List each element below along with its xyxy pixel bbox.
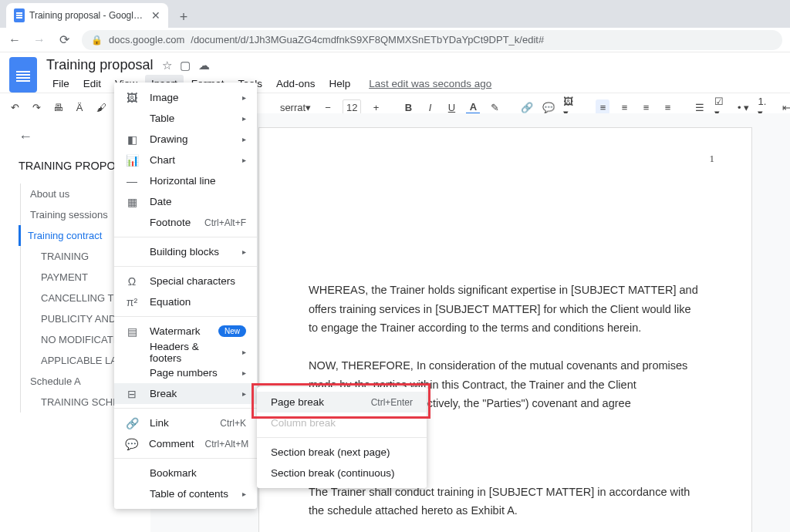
- address-bar: ← → ⟳ 🔒 docs.google.com/document/d/1Jh3M…: [0, 28, 790, 52]
- menu-equation[interactable]: π²Equation: [114, 291, 257, 312]
- document-paragraph[interactable]: The Trainer shall conduct training in [S…: [309, 483, 702, 520]
- align-center-button[interactable]: ≡: [617, 102, 631, 113]
- image-icon: 🖼: [125, 91, 139, 105]
- table-icon: [125, 112, 139, 126]
- lock-icon: 🔒: [91, 35, 103, 45]
- underline-button[interactable]: U: [444, 102, 458, 113]
- submenu-section-next-page[interactable]: Section break (next page): [257, 442, 427, 463]
- menu-watermark[interactable]: ▤WatermarkNew: [114, 321, 257, 342]
- redo-button[interactable]: ↷: [29, 102, 43, 113]
- italic-button[interactable]: I: [423, 102, 437, 113]
- last-edit-link[interactable]: Last edit was seconds ago: [369, 78, 491, 89]
- decrease-indent-button[interactable]: ⇤: [779, 102, 790, 113]
- menu-comment-item[interactable]: 💬CommentCtrl+Alt+M: [114, 433, 257, 454]
- forward-button[interactable]: →: [32, 33, 46, 47]
- omega-icon: Ω: [125, 274, 139, 288]
- undo-button[interactable]: ↶: [8, 102, 22, 113]
- bold-button[interactable]: B: [401, 102, 415, 113]
- reload-button[interactable]: ⟳: [57, 32, 71, 47]
- menu-bookmark[interactable]: Bookmark: [114, 463, 257, 483]
- browser-tab-strip: Training proposal - Google Docs ✕ +: [0, 0, 790, 28]
- menu-addons[interactable]: Add-ons: [270, 75, 321, 93]
- document-title[interactable]: Training proposal: [46, 57, 153, 73]
- menu-toc[interactable]: Table of contents▸: [114, 483, 257, 504]
- print-button[interactable]: 🖶: [51, 102, 65, 113]
- bullet-list-button[interactable]: • ▾: [736, 102, 750, 113]
- page-number: 1: [710, 153, 715, 165]
- line-spacing-button[interactable]: ☰: [693, 102, 707, 113]
- browser-tab[interactable]: Training proposal - Google Docs ✕: [6, 3, 168, 28]
- url-path: /document/d/1Jh3MGuaZG4cmdfnkS9XF8QMMXSn…: [191, 34, 544, 45]
- document-paragraph[interactable]: WHEREAS, the Trainer holds significant e…: [309, 281, 702, 338]
- menu-page-numbers[interactable]: Page numbers▸: [114, 362, 257, 383]
- drawing-icon: ◧: [125, 133, 139, 146]
- menu-drawing[interactable]: ◧Drawing▸: [114, 129, 257, 150]
- insert-comment-button[interactable]: 💬: [542, 102, 555, 113]
- menu-horizontal-line[interactable]: ―Horizontal line: [114, 170, 257, 191]
- hr-icon: ―: [125, 174, 139, 188]
- menu-break[interactable]: ⊟Break▸: [114, 383, 257, 404]
- docs-favicon: [14, 8, 25, 22]
- menu-building-blocks[interactable]: Building blocks▸: [114, 241, 257, 262]
- menu-headers-footers[interactable]: Headers & footers▸: [114, 342, 257, 362]
- watermark-icon: ▤: [125, 325, 139, 338]
- docs-logo-icon[interactable]: [9, 57, 37, 93]
- submenu-column-break: Column break: [257, 412, 427, 433]
- font-size-increase[interactable]: +: [369, 102, 383, 113]
- menu-footnote[interactable]: FootnoteCtrl+Alt+F: [114, 212, 257, 233]
- submenu-page-break[interactable]: Page breakCtrl+Enter: [257, 392, 427, 412]
- menu-help[interactable]: Help: [322, 75, 356, 93]
- link-icon: 🔗: [125, 416, 139, 430]
- menu-special-chars[interactable]: ΩSpecial characters: [114, 271, 257, 291]
- url-field[interactable]: 🔒 docs.google.com/document/d/1Jh3MGuaZG4…: [82, 30, 782, 50]
- tab-title: Training proposal - Google Docs: [29, 10, 147, 21]
- paint-format-button[interactable]: 🖌: [94, 102, 108, 113]
- menu-date[interactable]: ▦Date: [114, 191, 257, 212]
- submenu-section-continuous[interactable]: Section break (continuous): [257, 463, 427, 483]
- menu-chart[interactable]: 📊Chart▸: [114, 150, 257, 170]
- menu-image[interactable]: 🖼Image▸: [114, 87, 257, 108]
- cloud-status-icon[interactable]: ☁: [198, 59, 210, 72]
- star-icon[interactable]: ☆: [162, 59, 172, 72]
- menu-file[interactable]: File: [46, 75, 76, 93]
- move-icon[interactable]: ▢: [180, 59, 191, 72]
- text-color-button[interactable]: A: [466, 101, 480, 114]
- chart-icon: 📊: [125, 153, 139, 167]
- menu-table[interactable]: Table▸: [114, 108, 257, 129]
- font-family-select[interactable]: serrat ▾: [289, 102, 302, 113]
- comment-icon: 💬: [125, 437, 138, 451]
- spellcheck-button[interactable]: Ä: [73, 102, 86, 113]
- new-tab-button[interactable]: +: [173, 6, 194, 28]
- url-host: docs.google.com: [109, 34, 184, 45]
- align-justify-button[interactable]: ≡: [660, 102, 674, 113]
- close-tab-icon[interactable]: ✕: [151, 9, 160, 22]
- highlight-button[interactable]: ✎: [488, 102, 501, 113]
- pi-icon: π²: [125, 295, 139, 309]
- menu-edit[interactable]: Edit: [77, 75, 107, 93]
- break-icon: ⊟: [125, 387, 139, 401]
- insert-menu-dropdown: 🖼Image▸ Table▸ ◧Drawing▸ 📊Chart▸ ―Horizo…: [114, 82, 257, 509]
- break-submenu: Page breakCtrl+Enter Column break Sectio…: [257, 387, 427, 488]
- insert-link-button[interactable]: 🔗: [520, 102, 534, 113]
- date-icon: ▦: [125, 195, 139, 209]
- back-button[interactable]: ←: [8, 33, 22, 47]
- font-size-decrease[interactable]: −: [321, 102, 335, 113]
- align-right-button[interactable]: ≡: [639, 102, 653, 113]
- menu-link[interactable]: 🔗LinkCtrl+K: [114, 412, 257, 433]
